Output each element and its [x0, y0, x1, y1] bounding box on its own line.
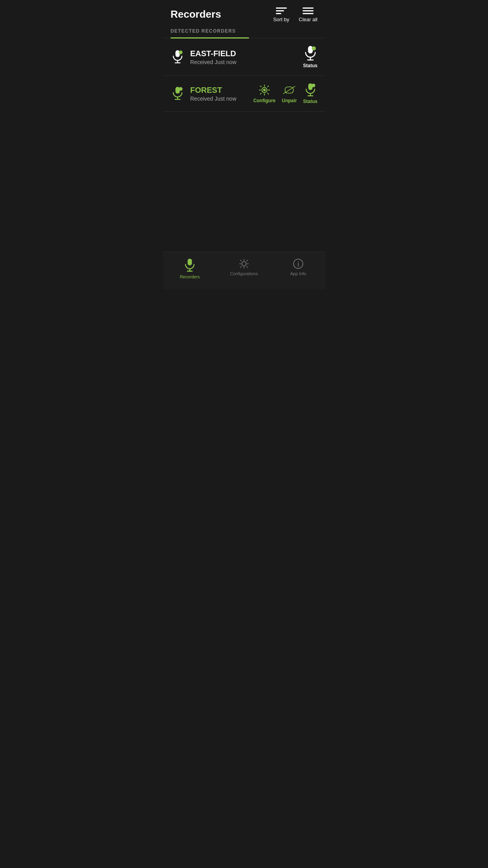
configure-button-forest[interactable]: Configure: [253, 84, 276, 103]
detected-recorders-tab: DETECTED RECORDERS: [171, 28, 236, 38]
svg-rect-18: [188, 259, 192, 265]
sort-icon: [276, 6, 287, 15]
nav-item-app-info[interactable]: App Info: [271, 256, 325, 281]
unpair-label-forest: Unpair: [282, 98, 297, 103]
recorder-received-forest: Received Just now: [190, 96, 253, 102]
unpair-icon-forest: [283, 84, 295, 96]
nav-gear-icon-configurations: [238, 258, 250, 269]
svg-point-7: [312, 46, 316, 50]
nav-item-recorders[interactable]: Recorders: [163, 256, 217, 281]
recorder-name-east-field: EAST-FIELD: [190, 49, 303, 58]
recorder-list: EAST-FIELD Received Just now Status: [163, 39, 325, 252]
recorder-info-forest: FOREST Received Just now: [190, 86, 253, 102]
svg-point-17: [312, 84, 315, 87]
app-header: Recorders Sort by Clear all: [163, 0, 325, 27]
svg-rect-0: [176, 50, 180, 57]
nav-mic-icon-recorders: [184, 258, 195, 272]
configure-label-forest: Configure: [253, 98, 276, 103]
status-mic-icon-forest: [305, 83, 316, 97]
status-label-east-field: Status: [303, 63, 317, 68]
recorder-actions-forest: Configure Unpair Status: [253, 83, 317, 104]
svg-rect-8: [176, 87, 180, 94]
nav-label-app-info: App Info: [290, 271, 306, 276]
unpair-button-forest[interactable]: Unpair: [282, 84, 297, 103]
clear-all-button[interactable]: Clear all: [299, 6, 317, 22]
mic-icon-forest: [171, 86, 185, 101]
status-mic-icon-east-field: [304, 46, 317, 61]
svg-point-12: [263, 89, 266, 91]
recorder-item-forest: FOREST Received Just now Configure: [163, 76, 325, 112]
status-button-east-field[interactable]: Status: [303, 46, 317, 68]
configure-icon-forest: [258, 84, 271, 96]
nav-label-recorders: Recorders: [180, 274, 200, 279]
svg-point-23: [298, 261, 299, 262]
mic-icon-east-field: [171, 50, 185, 64]
nav-info-icon-app-info: [293, 258, 304, 269]
recorder-item-east-field: EAST-FIELD Received Just now Status: [163, 39, 325, 76]
status-label-forest: Status: [303, 99, 317, 104]
recorder-actions-east-field: Status: [303, 46, 317, 68]
clear-icon: [303, 6, 314, 15]
recorder-name-forest: FOREST: [190, 86, 253, 95]
bottom-nav: Recorders Configurations App Info: [163, 252, 325, 289]
tab-section: DETECTED RECORDERS: [163, 27, 325, 39]
nav-item-configurations[interactable]: Configurations: [217, 256, 271, 281]
svg-rect-4: [308, 46, 313, 53]
page-title: Recorders: [171, 8, 221, 20]
status-button-forest[interactable]: Status: [303, 83, 317, 104]
sort-by-button[interactable]: Sort by: [273, 6, 289, 22]
nav-label-configurations: Configurations: [230, 271, 258, 276]
svg-rect-14: [308, 83, 312, 90]
sort-by-label: Sort by: [273, 17, 289, 22]
recorder-info-east-field: EAST-FIELD Received Just now: [190, 49, 303, 65]
svg-point-3: [179, 51, 182, 54]
recorder-received-east-field: Received Just now: [190, 59, 303, 65]
svg-point-11: [179, 87, 182, 91]
clear-all-label: Clear all: [299, 17, 317, 22]
header-actions: Sort by Clear all: [273, 6, 317, 22]
